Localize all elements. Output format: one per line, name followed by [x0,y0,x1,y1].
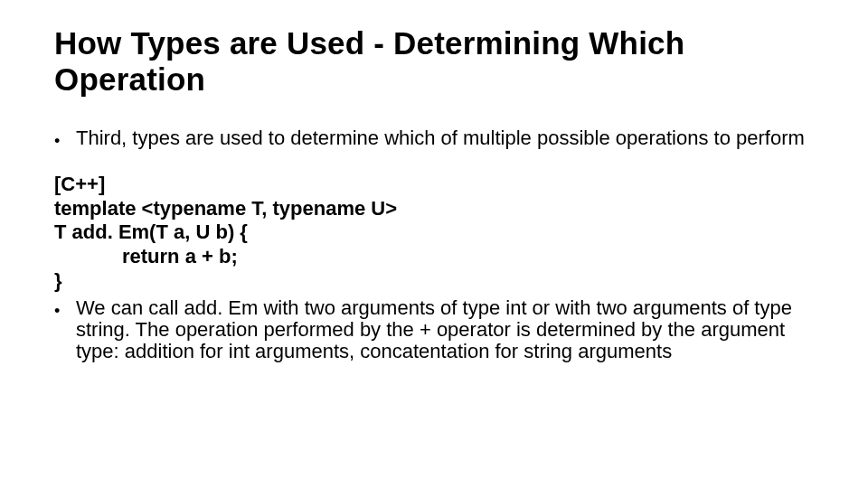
code-line: T add. Em(T a, U b) { [54,221,814,245]
bullet-item: Third, types are used to determine which… [54,127,814,151]
slide-body: Third, types are used to determine which… [54,127,814,363]
slide: How Types are Used - Determining Which O… [0,0,868,362]
bullet-text: We can call add. Em with two arguments o… [76,297,814,363]
bullet-text: Third, types are used to determine which… [76,127,814,151]
code-line: [C++] [54,173,814,197]
slide-title: How Types are Used - Determining Which O… [54,25,814,99]
bullet-item: We can call add. Em with two arguments o… [54,297,814,363]
code-line: } [54,269,814,294]
code-block: [C++] template <typename T, typename U> … [54,173,814,294]
bullet-dot-icon [54,297,76,363]
code-line: template <typename T, typename U> [54,197,814,221]
code-line: return a + b; [54,245,814,269]
bullet-dot-icon [54,127,76,151]
